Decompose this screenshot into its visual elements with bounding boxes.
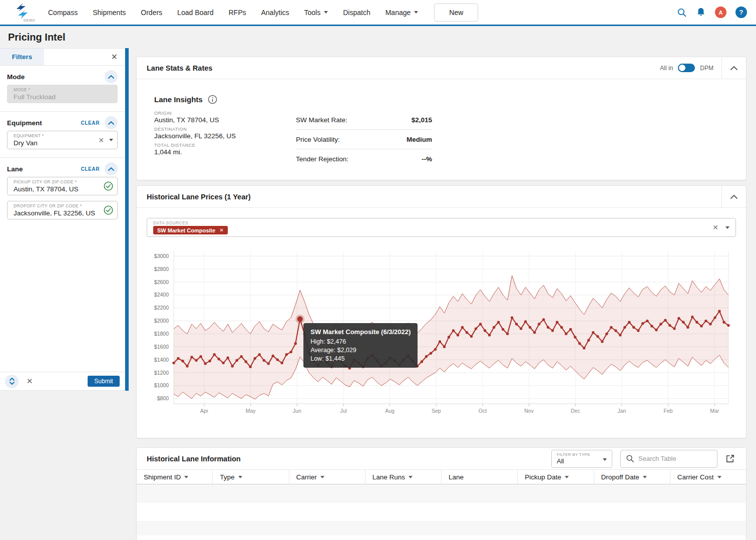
nav-item-load-board[interactable]: Load Board: [177, 9, 213, 17]
table-search-box: [620, 450, 717, 468]
close-icon[interactable]: ✕: [104, 49, 125, 65]
valid-check-icon: [104, 181, 113, 191]
filter-by-type-select[interactable]: FILTER BY TYPE All: [551, 450, 612, 468]
sort-caret-icon: [238, 476, 242, 478]
sort-caret-icon: [184, 476, 188, 478]
lane-stats-title: Lane Stats & Rates: [147, 64, 212, 72]
svg-text:$2800: $2800: [154, 266, 169, 272]
data-source-chip[interactable]: SW Market Composite ✕: [153, 226, 228, 234]
remove-chip-icon[interactable]: ✕: [219, 227, 223, 233]
submit-button[interactable]: Submit: [88, 376, 120, 387]
nav-item-analytics[interactable]: Analytics: [261, 9, 289, 17]
origin-label: ORIGIN: [154, 111, 236, 116]
collapse-section-button[interactable]: [105, 116, 118, 129]
column-header-lane[interactable]: Lane: [442, 470, 518, 484]
collapse-panel-icon[interactable]: ✕: [27, 377, 33, 386]
svg-text:$2400: $2400: [154, 292, 169, 298]
price-history-chart[interactable]: $800$1000$1200$1400$1600$1800$2000$2200$…: [147, 242, 731, 434]
pickup-city-field[interactable]: PICKUP CITY OR ZIP CODE * Austin, TX 787…: [7, 177, 118, 195]
collapse-section-button[interactable]: [105, 162, 118, 175]
notifications-bell-icon[interactable]: [696, 7, 706, 18]
stat-row-market-rate: SW Market Rate: $2,015: [296, 110, 432, 130]
column-header-carrier-cost[interactable]: Carrier Cost: [670, 470, 746, 484]
svg-text:Sep: Sep: [432, 408, 441, 414]
collapse-section-button[interactable]: [105, 70, 118, 83]
title-bar: Pricing Intel: [0, 26, 756, 48]
filters-panel: Filters ✕ Mode MODE * Full Truckload Equ…: [0, 48, 125, 391]
mode-field: MODE * Full Truckload: [7, 85, 118, 103]
clear-field-icon[interactable]: ✕: [712, 224, 718, 231]
svg-text:$800: $800: [157, 395, 169, 401]
collapse-card-button[interactable]: [721, 186, 746, 207]
data-sources-field[interactable]: DATA SOURCES SW Market Composite ✕ ✕: [147, 218, 736, 237]
column-header-lane-runs[interactable]: Lane Runs: [365, 470, 442, 484]
filters-header: Filters ✕: [0, 49, 125, 66]
info-icon[interactable]: [208, 95, 217, 104]
table-header-row: Shipment ID Type Carrier Lane Runs Lane …: [137, 469, 746, 484]
top-nav-bar: DEMO Compass Shipments Orders Load Board…: [0, 0, 756, 26]
svg-text:$1800: $1800: [154, 331, 169, 337]
chevron-down-icon: [603, 458, 607, 461]
chevron-down-icon: [414, 11, 418, 14]
collapse-card-button[interactable]: [721, 57, 746, 79]
nav-item-tools[interactable]: Tools: [304, 9, 328, 17]
column-header-carrier[interactable]: Carrier: [289, 470, 365, 484]
historical-lane-info-title: Historical Lane Information: [147, 455, 241, 463]
expand-collapse-all-button[interactable]: [5, 375, 19, 388]
nav-item-manage[interactable]: Manage: [386, 9, 419, 17]
page-title: Pricing Intel: [8, 32, 65, 43]
export-button[interactable]: [725, 454, 735, 463]
tab-filters[interactable]: Filters: [0, 49, 44, 65]
svg-text:$1600: $1600: [154, 344, 169, 350]
svg-text:$3000: $3000: [154, 253, 169, 259]
chevron-down-icon[interactable]: [109, 139, 113, 141]
clear-lane-link[interactable]: CLEAR: [81, 166, 100, 172]
rate-mode-toggle[interactable]: [678, 64, 695, 72]
nav-right-cluster: A ?: [677, 7, 747, 18]
stat-row-tender-rejection: Tender Rejection: --%: [296, 149, 432, 169]
search-icon[interactable]: [677, 8, 687, 18]
avatar[interactable]: A: [715, 7, 726, 18]
chevron-up-icon: [108, 121, 114, 125]
lane-stats-card: Lane Stats & Rates All in DPM Lane Insig…: [136, 57, 746, 180]
chevron-up-icon: [108, 167, 114, 171]
help-icon[interactable]: ?: [735, 7, 747, 18]
svg-text:Oct: Oct: [479, 408, 487, 414]
svg-text:Aug: Aug: [385, 408, 395, 414]
svg-text:Dec: Dec: [571, 408, 580, 414]
clear-equipment-link[interactable]: CLEAR: [81, 120, 100, 126]
table-row: [137, 503, 746, 521]
nav-item-compass[interactable]: Compass: [48, 9, 78, 17]
search-input[interactable]: [638, 455, 708, 462]
chevron-down-icon: [324, 11, 328, 14]
filter-section-mode: Mode MODE * Full Truckload: [0, 66, 125, 112]
column-header-pickup-date[interactable]: Pickup Date: [518, 470, 594, 484]
distance-label: TOTAL DISTANCE: [154, 143, 236, 148]
filters-panel-resize-handle[interactable]: [125, 48, 129, 391]
column-header-shipment-id[interactable]: Shipment ID: [137, 470, 213, 484]
origin-value: Austin, TX 78704, US: [154, 116, 236, 124]
nav-item-shipments[interactable]: Shipments: [93, 9, 126, 17]
app-logo[interactable]: DEMO: [9, 3, 35, 22]
new-button[interactable]: New: [434, 4, 478, 22]
dropoff-city-field[interactable]: DROPOFF CITY OR ZIP CODE * Jacksonville,…: [7, 201, 118, 219]
nav-item-orders[interactable]: Orders: [141, 9, 162, 17]
column-header-type[interactable]: Type: [213, 470, 289, 484]
lane-stats-list: SW Market Rate: $2,015 Price Volatility:…: [296, 110, 432, 169]
svg-text:May: May: [246, 408, 256, 414]
lane-insights-heading: Lane Insights: [154, 95, 217, 104]
chart-canvas[interactable]: $800$1000$1200$1400$1600$1800$2000$2200$…: [147, 242, 731, 436]
table-row: [137, 521, 746, 535]
chevron-down-icon[interactable]: [725, 226, 729, 229]
sort-caret-icon: [717, 476, 721, 478]
nav-item-dispatch[interactable]: Dispatch: [343, 9, 370, 17]
equipment-field[interactable]: EQUIPMENT * Dry Van ✕: [7, 131, 118, 149]
column-header-dropoff-date[interactable]: Dropoff Date: [594, 470, 670, 484]
nav-item-rfps[interactable]: RFPs: [229, 9, 246, 17]
toggle-label-all-in: All in: [660, 65, 673, 72]
svg-text:$2600: $2600: [154, 279, 169, 285]
sort-caret-icon: [565, 476, 569, 478]
historical-prices-card: Historical Lane Prices (1 Year) DATA SOU…: [136, 185, 746, 438]
clear-field-icon[interactable]: ✕: [98, 137, 104, 144]
svg-text:Nov: Nov: [524, 408, 534, 414]
